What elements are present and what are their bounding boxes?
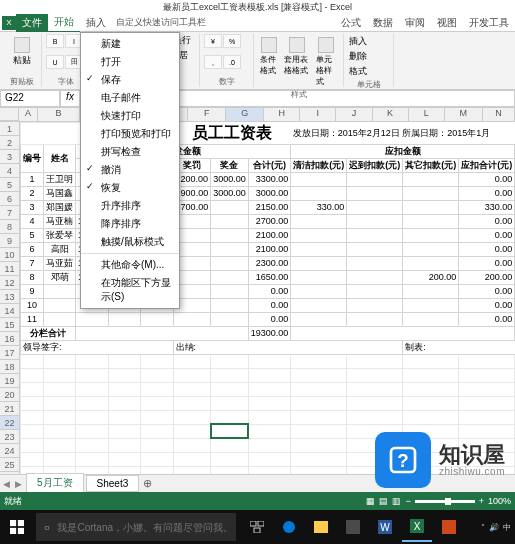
cell[interactable] bbox=[403, 396, 459, 410]
cell[interactable] bbox=[403, 186, 459, 200]
cell[interactable]: 2700.00 bbox=[248, 214, 291, 228]
dropdown-item[interactable]: 打开 bbox=[81, 53, 179, 71]
sheet-title[interactable]: 员工工资表 bbox=[173, 123, 291, 145]
cell[interactable] bbox=[211, 368, 249, 382]
tab-insert[interactable]: 插入 bbox=[80, 14, 112, 32]
cell[interactable]: 合计(元) bbox=[248, 158, 291, 172]
cell[interactable]: 3000.00 bbox=[211, 172, 249, 186]
cell[interactable] bbox=[211, 312, 249, 326]
cell[interactable] bbox=[403, 382, 459, 396]
system-tray[interactable]: ˄ 🔊 中 bbox=[481, 522, 515, 533]
cell[interactable] bbox=[347, 172, 403, 186]
cell[interactable] bbox=[291, 354, 347, 368]
comma-button[interactable]: , bbox=[204, 55, 222, 69]
cell[interactable] bbox=[403, 368, 459, 382]
media-icon[interactable] bbox=[434, 512, 464, 542]
cell[interactable] bbox=[211, 396, 249, 410]
cell[interactable] bbox=[459, 396, 515, 410]
zoom-percent[interactable]: 100% bbox=[488, 496, 511, 506]
cell[interactable] bbox=[211, 438, 249, 452]
cell[interactable] bbox=[403, 298, 459, 312]
cell[interactable]: 7 bbox=[21, 256, 44, 270]
row-header[interactable]: 8 bbox=[0, 220, 20, 234]
cell[interactable]: 3000.00 bbox=[248, 186, 291, 200]
cell[interactable] bbox=[291, 298, 347, 312]
cell[interactable] bbox=[459, 368, 515, 382]
col-header-N[interactable]: N bbox=[483, 108, 515, 121]
word-icon[interactable]: W bbox=[370, 512, 400, 542]
tab-developer[interactable]: 开发工具 bbox=[463, 14, 515, 32]
cell[interactable]: 0.00 bbox=[459, 298, 515, 312]
zoom-slider[interactable] bbox=[415, 500, 475, 503]
cell[interactable] bbox=[21, 410, 44, 424]
cell[interactable] bbox=[291, 452, 347, 466]
taskbar-search[interactable]: ○ bbox=[36, 513, 236, 541]
cell[interactable]: 马亚楠 bbox=[44, 214, 76, 228]
cell[interactable] bbox=[211, 354, 249, 368]
cell[interactable] bbox=[347, 298, 403, 312]
cell[interactable] bbox=[291, 396, 347, 410]
cell[interactable] bbox=[173, 424, 211, 438]
cell[interactable]: 0.00 bbox=[459, 214, 515, 228]
cell[interactable] bbox=[108, 438, 141, 452]
cell[interactable] bbox=[347, 382, 403, 396]
cell[interactable] bbox=[347, 200, 403, 214]
cell[interactable]: 1650.00 bbox=[248, 270, 291, 284]
cell[interactable] bbox=[403, 284, 459, 298]
tab-data[interactable]: 数据 bbox=[367, 14, 399, 32]
cell[interactable] bbox=[141, 368, 174, 382]
col-header-L[interactable]: L bbox=[409, 108, 445, 121]
cell[interactable] bbox=[347, 256, 403, 270]
cell[interactable]: 0.00 bbox=[459, 172, 515, 186]
cell[interactable] bbox=[248, 452, 291, 466]
name-box[interactable]: G22 bbox=[0, 90, 60, 107]
cell[interactable] bbox=[44, 368, 76, 382]
view-normal-icon[interactable]: ▦ bbox=[366, 496, 375, 506]
cell[interactable] bbox=[211, 424, 249, 438]
cell[interactable] bbox=[141, 410, 174, 424]
cell[interactable] bbox=[211, 284, 249, 298]
cell[interactable]: 应扣金额 bbox=[291, 144, 515, 158]
cell[interactable] bbox=[347, 228, 403, 242]
cell[interactable]: 0.00 bbox=[248, 284, 291, 298]
row-header[interactable]: 7 bbox=[0, 206, 20, 220]
cell[interactable]: 5 bbox=[21, 228, 44, 242]
cell[interactable] bbox=[21, 452, 44, 466]
row-header[interactable]: 1 bbox=[0, 122, 20, 136]
sheet-tab-1[interactable]: 5月工资 bbox=[26, 473, 84, 494]
cell[interactable] bbox=[21, 368, 44, 382]
cell[interactable] bbox=[347, 410, 403, 424]
tray-up-icon[interactable]: ˄ bbox=[481, 523, 485, 532]
cell[interactable] bbox=[21, 382, 44, 396]
tab-file[interactable]: 文件 bbox=[16, 14, 48, 32]
format-table-button[interactable]: 套用表格格式 bbox=[282, 34, 312, 89]
delete-cells-button[interactable]: 删除 bbox=[348, 49, 389, 64]
cell[interactable] bbox=[21, 354, 44, 368]
cell[interactable] bbox=[347, 214, 403, 228]
cell[interactable] bbox=[108, 312, 141, 326]
cell[interactable]: 2100.00 bbox=[248, 242, 291, 256]
row-header[interactable]: 5 bbox=[0, 178, 20, 192]
dropdown-item[interactable]: 撤消 bbox=[81, 161, 179, 179]
cell[interactable]: 0.00 bbox=[459, 256, 515, 270]
cell[interactable] bbox=[347, 312, 403, 326]
cell[interactable]: 4 bbox=[21, 214, 44, 228]
cell[interactable] bbox=[403, 410, 459, 424]
col-header-M[interactable]: M bbox=[445, 108, 483, 121]
cell[interactable] bbox=[403, 228, 459, 242]
cell[interactable]: 200.00 bbox=[403, 270, 459, 284]
cell-style-button[interactable]: 单元格样式 bbox=[314, 34, 339, 89]
cell[interactable]: 应扣合计(元) bbox=[459, 158, 515, 172]
dropdown-item[interactable]: 升序排序 bbox=[81, 197, 179, 215]
taskbar-search-input[interactable] bbox=[57, 522, 236, 533]
row-header[interactable]: 17 bbox=[0, 346, 20, 360]
row-header[interactable]: 24 bbox=[0, 444, 20, 458]
col-header-F[interactable]: F bbox=[188, 108, 226, 121]
view-layout-icon[interactable]: ▤ bbox=[379, 496, 388, 506]
col-header-K[interactable]: K bbox=[373, 108, 409, 121]
cell[interactable] bbox=[347, 186, 403, 200]
col-header-B[interactable]: B bbox=[38, 108, 80, 121]
cell[interactable] bbox=[459, 382, 515, 396]
paste-button[interactable]: 粘贴 bbox=[6, 34, 37, 69]
cell[interactable] bbox=[44, 452, 76, 466]
